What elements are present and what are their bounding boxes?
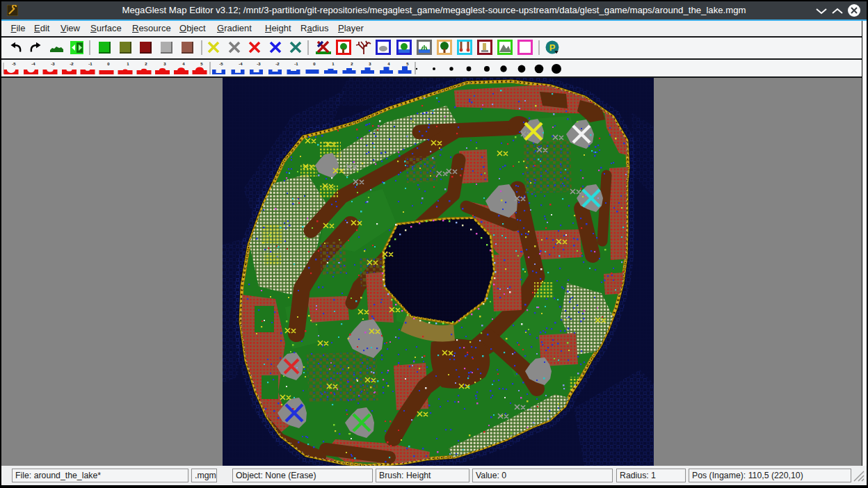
svg-text:3: 3 xyxy=(163,62,166,66)
svg-text:-1: -1 xyxy=(294,62,298,66)
svg-text:1: 1 xyxy=(332,62,335,66)
svg-text:-5: -5 xyxy=(12,62,16,66)
svg-text:-2: -2 xyxy=(275,62,280,66)
svg-text:-4: -4 xyxy=(239,62,243,66)
svg-text:1: 1 xyxy=(127,62,129,66)
svg-text:4: 4 xyxy=(387,62,390,66)
svg-text:-2: -2 xyxy=(70,62,74,66)
svg-text:5: 5 xyxy=(406,62,409,66)
svg-text:2: 2 xyxy=(145,62,147,66)
svg-text:0: 0 xyxy=(107,62,110,66)
svg-text:-5: -5 xyxy=(219,62,223,66)
svg-text:0: 0 xyxy=(313,62,316,66)
svg-text:-3: -3 xyxy=(51,62,55,66)
svg-text:3: 3 xyxy=(369,62,371,66)
svg-text:-1: -1 xyxy=(88,62,93,66)
svg-text:2: 2 xyxy=(351,62,353,66)
svg-text:5: 5 xyxy=(200,62,203,66)
svg-text:-3: -3 xyxy=(257,62,261,66)
svg-text:4: 4 xyxy=(182,62,185,66)
svg-text:-4: -4 xyxy=(31,62,35,66)
